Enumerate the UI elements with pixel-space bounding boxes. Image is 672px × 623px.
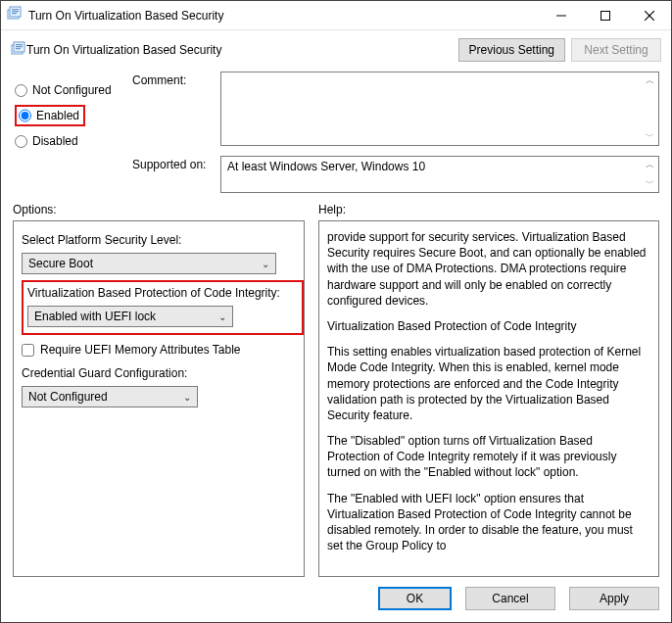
options-label: Options: — [13, 203, 318, 216]
cancel-button[interactable]: Cancel — [465, 587, 555, 610]
scroll-up-icon[interactable]: ︿ — [642, 159, 657, 171]
platform-level-label: Select Platform Security Level: — [22, 233, 296, 247]
credguard-select[interactable]: Not Configured ⌄ — [22, 386, 198, 407]
pane-labels: Options: Help: — [1, 193, 671, 220]
require-uefi-checkbox[interactable]: Require UEFI Memory Attributes Table — [22, 343, 296, 357]
scroll-down-icon[interactable]: ﹀ — [642, 130, 657, 143]
chevron-down-icon: ⌄ — [218, 312, 226, 322]
metadata-fields: Comment: ︿ ﹀ Supported on: At least Wind… — [130, 72, 659, 193]
apply-button[interactable]: Apply — [569, 587, 659, 610]
supported-label: Supported on: — [132, 156, 220, 171]
dialog-footer: OK Cancel Apply — [1, 577, 671, 622]
options-pane: Select Platform Security Level: Secure B… — [13, 220, 305, 577]
platform-level-select[interactable]: Secure Boot ⌄ — [22, 253, 276, 274]
help-paragraph: The "Disabled" option turns off Virtuali… — [327, 433, 647, 481]
svg-rect-4 — [12, 13, 17, 14]
dialog-window: Turn On Virtualization Based Security Tu… — [0, 0, 672, 623]
radio-enabled-input[interactable] — [19, 109, 31, 122]
radio-disabled[interactable]: Disabled — [13, 130, 130, 152]
combo-value: Enabled with UEFI lock — [34, 310, 156, 323]
svg-rect-6 — [600, 11, 609, 20]
help-paragraph: This setting enables virtualization base… — [327, 344, 647, 423]
scroll-down-icon[interactable]: ﹀ — [642, 177, 657, 190]
help-paragraph: The "Enabled with UEFI lock" option ensu… — [327, 491, 647, 554]
help-paragraph: provide support for security services. V… — [327, 229, 647, 309]
svg-rect-11 — [16, 44, 23, 45]
policy-title: Turn On Virtualization Based Security — [26, 43, 453, 57]
require-uefi-checkbox-input[interactable] — [22, 344, 34, 357]
svg-rect-2 — [12, 9, 19, 10]
checkbox-label: Require UEFI Memory Attributes Table — [40, 343, 241, 357]
state-radios: Not Configured Enabled Disabled — [13, 72, 130, 152]
maximize-button[interactable] — [583, 1, 627, 29]
help-heading: Virtualization Based Protection of Code … — [327, 318, 647, 334]
chevron-down-icon: ⌄ — [183, 392, 191, 403]
svg-rect-12 — [16, 46, 23, 47]
supported-on-value: At least Windows Server, Windows 10 — [227, 160, 425, 173]
ok-button[interactable]: OK — [378, 587, 452, 610]
radio-not-configured-input[interactable] — [15, 84, 27, 97]
panes-row: Select Platform Security Level: Secure B… — [1, 220, 671, 577]
svg-rect-3 — [12, 11, 19, 12]
policy-icon — [7, 6, 23, 24]
help-text-scroll[interactable]: provide support for security services. V… — [327, 229, 650, 568]
comment-label: Comment: — [132, 72, 220, 87]
radio-not-configured[interactable]: Not Configured — [13, 79, 130, 101]
radio-disabled-input[interactable] — [15, 135, 27, 148]
vbpci-highlight: Virtualization Based Protection of Code … — [22, 280, 304, 335]
vbpci-label: Virtualization Based Protection of Code … — [27, 286, 296, 300]
credguard-label: Credential Guard Configuration: — [22, 366, 296, 380]
minimize-button[interactable] — [539, 1, 583, 29]
comment-textarea[interactable]: ︿ ﹀ — [220, 72, 659, 146]
scroll-up-icon[interactable]: ︿ — [642, 74, 657, 87]
svg-rect-13 — [16, 48, 21, 49]
help-label: Help: — [318, 203, 346, 216]
supported-on-field: At least Windows Server, Windows 10 ︿ ﹀ — [220, 156, 659, 193]
radio-enabled[interactable]: Enabled — [15, 105, 85, 126]
chevron-down-icon: ⌄ — [262, 259, 269, 269]
window-title: Turn On Virtualization Based Security — [28, 9, 539, 23]
radio-label: Not Configured — [32, 83, 112, 97]
previous-setting-button[interactable]: Previous Setting — [458, 38, 565, 62]
close-button[interactable] — [627, 1, 671, 29]
radio-label: Disabled — [32, 134, 78, 148]
policy-icon — [11, 41, 26, 60]
titlebar: Turn On Virtualization Based Security — [1, 1, 671, 30]
combo-value: Not Configured — [28, 390, 108, 404]
config-section: Not Configured Enabled Disabled Comment:… — [1, 66, 671, 193]
help-pane: provide support for security services. V… — [318, 220, 659, 577]
vbpci-select[interactable]: Enabled with UEFI lock ⌄ — [27, 306, 233, 327]
header-row: Turn On Virtualization Based Security Pr… — [1, 30, 671, 66]
combo-value: Secure Boot — [28, 257, 93, 270]
next-setting-button[interactable]: Next Setting — [571, 38, 661, 62]
radio-label: Enabled — [36, 109, 79, 122]
